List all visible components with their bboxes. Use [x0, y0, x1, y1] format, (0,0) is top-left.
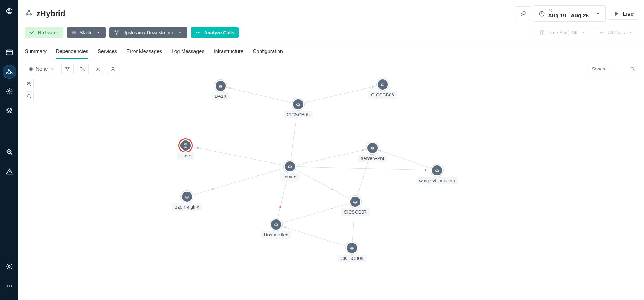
graph-node-wlag[interactable] — [432, 165, 442, 175]
graph-node-label-serverAPM[interactable]: serverAPM — [358, 155, 387, 162]
svg-point-32 — [96, 67, 97, 68]
svg-point-16 — [115, 31, 116, 32]
graph-node-Unspecified[interactable] — [271, 219, 281, 230]
live-button[interactable]: Live — [609, 8, 638, 20]
graph-node-DA1X[interactable] — [216, 81, 226, 91]
tab-dependencies[interactable]: Dependencies — [56, 43, 88, 59]
global-sidebar — [0, 0, 18, 300]
nav-infrastructure-icon[interactable] — [3, 104, 16, 118]
analyze-calls-button[interactable]: Analyze Calls — [191, 27, 239, 38]
upstream-downstream-dropdown[interactable]: Upstream / Downstream — [109, 27, 187, 38]
svg-point-21 — [200, 32, 201, 33]
layout-hierarchy-button[interactable] — [107, 64, 119, 74]
svg-point-8 — [8, 265, 10, 268]
tab-summary[interactable]: Summary — [25, 43, 47, 59]
tabs-bar: SummaryDependenciesServicesError Message… — [18, 43, 644, 59]
svg-point-34 — [96, 70, 97, 71]
graph-node-CICSCB05[interactable] — [293, 99, 303, 109]
chevron-down-icon — [96, 30, 101, 35]
nav-events-icon[interactable] — [3, 165, 16, 178]
graph-node-CICSCB07[interactable] — [350, 197, 360, 207]
zoom-in-button[interactable] — [25, 79, 34, 89]
svg-point-77 — [186, 196, 188, 197]
graph-node-zapm-nginx[interactable] — [182, 192, 192, 202]
graph-search — [588, 64, 638, 74]
layout-radial-button[interactable] — [92, 64, 104, 74]
tab-configuration[interactable]: Configuration — [253, 43, 283, 59]
analyze-calls-label: Analyze Calls — [204, 30, 234, 35]
chevron-down-icon — [49, 66, 55, 72]
svg-point-27 — [69, 67, 70, 68]
chevron-down-icon — [580, 30, 586, 35]
dependency-graph[interactable]: DA1XCICSCB06CICSCB05usersserverAPMtomeew… — [18, 78, 644, 300]
svg-line-42 — [221, 86, 298, 104]
page-title: zHybrid — [36, 9, 65, 18]
graph-node-label-CICSCB07[interactable]: CICSCB07 — [341, 208, 370, 216]
svg-point-20 — [198, 32, 199, 33]
health-status-label: No Issues — [38, 30, 59, 35]
tab-error_messages[interactable]: Error Messages — [126, 43, 162, 59]
svg-point-55 — [379, 150, 381, 152]
svg-point-70 — [219, 84, 222, 86]
svg-point-80 — [351, 247, 353, 249]
svg-point-45 — [372, 86, 373, 88]
svg-point-38 — [114, 70, 115, 71]
svg-point-59 — [331, 189, 333, 190]
nav-settings-icon[interactable] — [3, 260, 16, 273]
svg-point-13 — [26, 14, 27, 15]
tab-log_messages[interactable]: Log Messages — [171, 43, 204, 59]
graph-node-users[interactable] — [180, 140, 191, 151]
graph-node-label-tomee[interactable]: tomee — [280, 173, 299, 181]
graph-node-label-DA1X[interactable]: DA1X — [212, 92, 230, 100]
graph-node-label-wlag[interactable]: wlag.svl.ibm.com — [417, 177, 458, 184]
svg-line-48 — [186, 145, 290, 166]
stack-dropdown[interactable]: Stack — [67, 27, 106, 38]
group-dropdown[interactable]: None — [25, 64, 58, 74]
svg-point-43 — [229, 87, 231, 89]
graph-node-CICSCB08[interactable] — [347, 243, 357, 253]
timerange-range: Aug 19 - Aug 26 — [548, 12, 589, 19]
tab-infrastructure[interactable]: Infrastructure — [214, 43, 243, 59]
timerange-picker[interactable]: 7d Aug 19 - Aug 26 — [534, 5, 606, 22]
svg-point-3 — [8, 69, 10, 71]
time-shift-dropdown[interactable]: Time Shift: Off — [535, 27, 591, 38]
graph-node-serverAPM[interactable] — [367, 143, 378, 153]
svg-point-75 — [288, 166, 291, 167]
page-header: zHybrid 7d Aug 19 - Aug 26 Live — [18, 0, 644, 27]
graph-node-label-zapm-nginx[interactable]: zapm-nginx — [172, 203, 202, 211]
timerange-short: 7d — [548, 8, 589, 12]
layout-flow-button[interactable] — [77, 64, 89, 74]
layout-network-button[interactable] — [61, 64, 74, 74]
graph-node-label-CICSCB08[interactable]: CICSCB08 — [338, 255, 366, 262]
nav-applications-icon[interactable] — [3, 65, 16, 79]
zoom-out-button[interactable] — [25, 91, 34, 101]
graph-node-label-CICSCB06[interactable]: CICSCB06 — [368, 91, 397, 99]
share-link-button[interactable] — [515, 6, 531, 21]
svg-rect-2 — [6, 50, 12, 55]
all-calls-dropdown[interactable]: All Calls — [595, 27, 638, 38]
graph-node-label-CICSCB05[interactable]: CICSCB05 — [284, 111, 313, 118]
svg-line-52 — [290, 166, 437, 170]
svg-point-61 — [212, 188, 213, 190]
svg-line-58 — [290, 166, 355, 202]
sidebar-logo[interactable] — [3, 4, 16, 18]
nav-analytics-icon[interactable] — [3, 145, 16, 159]
graph-node-label-Unspecified[interactable]: Unspecified — [261, 231, 291, 239]
svg-point-26 — [66, 67, 67, 68]
nav-platforms-icon[interactable] — [3, 84, 16, 98]
chevron-down-icon — [628, 30, 634, 35]
health-status-pill[interactable]: No Issues — [25, 27, 63, 38]
search-icon — [630, 66, 635, 72]
tab-services[interactable]: Services — [97, 43, 117, 59]
svg-point-9 — [6, 285, 8, 286]
nav-website-icon[interactable] — [3, 45, 16, 59]
nav-more-icon[interactable] — [3, 279, 16, 293]
graph-node-label-users[interactable]: users — [177, 152, 194, 160]
graph-node-CICSCB06[interactable] — [378, 79, 388, 90]
svg-point-6 — [8, 90, 10, 92]
svg-point-10 — [9, 285, 10, 286]
graph-node-tomee[interactable] — [285, 161, 295, 171]
svg-point-12 — [28, 10, 30, 12]
svg-point-19 — [196, 32, 197, 33]
svg-point-17 — [118, 31, 119, 32]
